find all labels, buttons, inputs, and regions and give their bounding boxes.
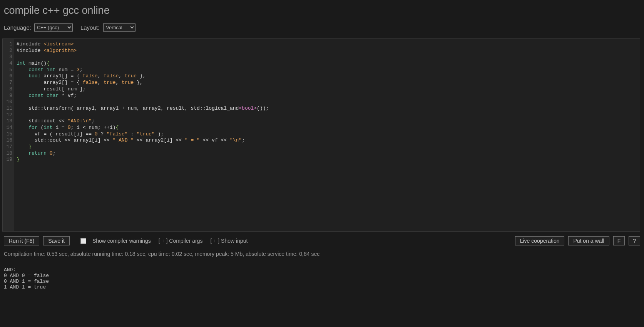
show-warnings-label: Show compiler warnings: [92, 238, 151, 244]
show-input-toggle[interactable]: [ + ] Show input: [210, 238, 248, 244]
layout-label: Layout:: [80, 24, 99, 31]
code-editor[interactable]: 12345678910111213141516171819 #include <…: [2, 38, 640, 232]
status-line: Compilation time: 0.53 sec, absolute run…: [0, 249, 644, 262]
save-button[interactable]: Save it: [43, 236, 70, 245]
run-button[interactable]: Run it (F8): [4, 236, 39, 245]
action-row: Run it (F8) Save it Show compiler warnin…: [0, 232, 644, 249]
show-input-label: Show input: [221, 238, 248, 244]
page-title: compile c++ gcc online: [4, 5, 640, 17]
controls-row: Language: C++ (gcc) Layout: Vertical: [4, 23, 640, 32]
fullscreen-button[interactable]: F: [613, 236, 625, 245]
show-warnings-checkbox[interactable]: [80, 238, 86, 244]
language-select[interactable]: C++ (gcc): [34, 23, 73, 32]
editor-gutter: 12345678910111213141516171819: [3, 39, 14, 231]
put-on-wall-button[interactable]: Put on a wall: [568, 236, 609, 245]
language-label: Language:: [4, 24, 31, 31]
output-pane: AND: 0 AND 0 = false 0 AND 1 = false 1 A…: [0, 262, 644, 295]
editor-code-area[interactable]: #include <iostream>#include <algorithm>i…: [14, 39, 640, 231]
plus-icon: [ + ]: [159, 238, 168, 244]
live-cooperation-button[interactable]: Live cooperation: [515, 236, 565, 245]
plus-icon: [ + ]: [210, 238, 219, 244]
layout-select[interactable]: Vertical: [103, 23, 135, 32]
help-button[interactable]: ?: [629, 236, 640, 245]
compiler-args-toggle[interactable]: [ + ] Compiler args: [159, 238, 203, 244]
compiler-args-label: Compiler args: [169, 238, 202, 244]
